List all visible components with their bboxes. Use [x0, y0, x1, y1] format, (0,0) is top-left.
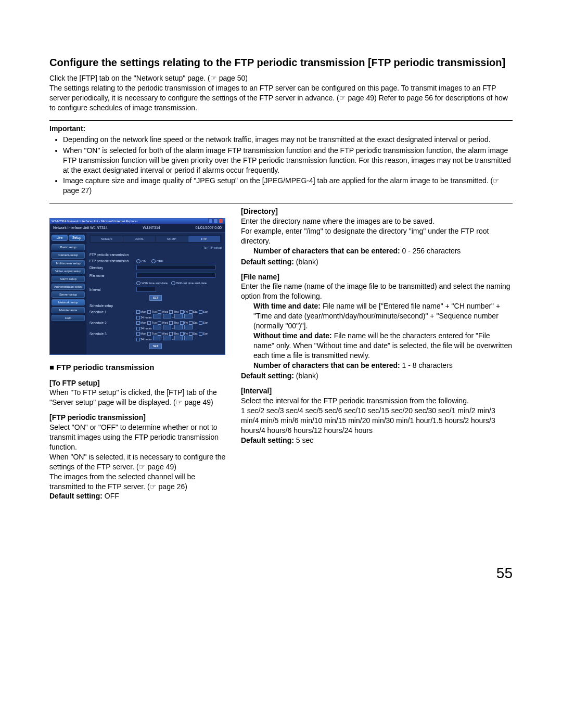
schedule-3-label: Schedule 3	[90, 332, 136, 342]
datetime: 01/01/2007 0:00	[195, 225, 222, 230]
interval-default-label: Default setting:	[241, 436, 294, 444]
product-right: WJ-NT314	[143, 225, 160, 230]
time-sel[interactable]	[174, 314, 183, 318]
set-button-2[interactable]: SET	[149, 343, 162, 349]
schedule-row-1: Schedule 1 Mon Tue Wed Thu Fri Sat Sun 2…	[90, 310, 222, 320]
sidebar-item-auth[interactable]: Authentication setup	[52, 284, 85, 290]
divider-top	[49, 120, 513, 121]
time-sel[interactable]	[153, 314, 161, 318]
tab-network[interactable]: Network	[91, 236, 123, 242]
tab-ftp[interactable]: FTP	[188, 236, 221, 242]
to-ftp-setup-head: [To FTP setup]	[49, 378, 226, 388]
label-interval: Interval	[90, 288, 136, 292]
time-sel[interactable]	[163, 314, 171, 318]
hours24-cb[interactable]	[136, 316, 140, 320]
time-sel[interactable]	[184, 314, 193, 318]
section-ftp-title: FTP periodic transmission	[90, 253, 222, 258]
note-item: When "ON" is selected for both of the al…	[63, 146, 513, 175]
to-ftp-setup-link[interactable]: To FTP setup	[90, 245, 222, 251]
label-filename: File name	[90, 274, 136, 278]
interval-body-1: Select the interval for the FTP periodic…	[241, 396, 513, 406]
window-controls[interactable]	[208, 219, 223, 224]
radio-off[interactable]	[151, 259, 156, 263]
sidebar-item-network[interactable]: Network setup	[52, 299, 85, 305]
schedule-2-label: Schedule 2	[90, 321, 136, 331]
content-pane: Network DDNS SNMP FTP To FTP setup FTP p…	[86, 233, 225, 355]
dir-default-label: Default setting:	[241, 258, 294, 266]
directory-head: [Directory]	[241, 207, 513, 216]
sidebar-item-maintenance[interactable]: Maintenance	[52, 307, 85, 313]
radio-on[interactable]	[136, 259, 140, 263]
file-opt2-label: Without time and date:	[253, 331, 332, 340]
to-ftp-setup-body: When "To FTP setup" is clicked, the [FTP…	[49, 388, 226, 407]
day-cb[interactable]	[180, 310, 184, 314]
sidebar-item-basic[interactable]: Basic setup	[52, 244, 85, 250]
label-ftp-periodic: FTP periodic transmission	[90, 259, 136, 264]
dir-default-val: (blank)	[294, 258, 318, 266]
ftp-trans-body-2: When "ON" is selected, it is necessary t…	[49, 452, 226, 472]
app-window: WJ-NT314 Network Interface Unit - Micros…	[49, 218, 225, 355]
titlebar-text: WJ-NT314 Network Interface Unit - Micros…	[52, 219, 137, 223]
day-cb[interactable]	[189, 310, 193, 314]
day-cb[interactable]	[158, 310, 161, 314]
file-opt1-label: With time and date:	[253, 302, 321, 310]
sidebar-item-multiscreen[interactable]: Multiscreen setup	[52, 260, 85, 266]
dir-chars-label: Number of characters that can be entered…	[253, 247, 400, 255]
input-filename[interactable]	[136, 273, 215, 278]
sidebar-item-server[interactable]: Server setup	[52, 291, 85, 298]
tab-ddns[interactable]: DDNS	[123, 236, 156, 242]
ftp-trans-body-3: The images from the selected channel wil…	[49, 472, 226, 492]
page-number: 55	[49, 564, 513, 583]
sidebar: Live Setup Basic setup Camera setup Mult…	[50, 233, 86, 355]
ftp-trans-head: [FTP periodic transmission]	[49, 413, 226, 423]
file-default-val: (blank)	[294, 372, 318, 380]
titlebar: WJ-NT314 Network Interface Unit - Micros…	[50, 219, 225, 224]
intro-text-2: The settings relating to the periodic tr…	[49, 83, 513, 113]
radio-withdate-label: With time and date	[142, 282, 168, 285]
label-directory: Directory	[90, 266, 136, 271]
ftp-default-value: OFF	[103, 492, 119, 500]
tab-strip: Network DDNS SNMP FTP	[90, 235, 222, 243]
schedule-row-2: Schedule 2 Mon Tue Wed Thu Fri Sat Sun 2…	[90, 321, 222, 331]
live-button[interactable]: Live	[52, 235, 68, 241]
dir-chars-val: 0 - 256 characters	[400, 247, 461, 255]
divider-bottom	[49, 203, 513, 203]
ftp-default-label: Default setting:	[49, 492, 103, 500]
radio-off-label: OFF	[157, 260, 163, 263]
sidebar-item-camera[interactable]: Camera setup	[52, 252, 85, 258]
filename-body: Enter the file name (name of the image f…	[241, 282, 513, 301]
sidebar-item-alarm[interactable]: Alarm setup	[52, 276, 85, 282]
interval-body-2: 1 sec/2 sec/3 sec/4 sec/5 sec/6 sec/10 s…	[241, 406, 513, 436]
radio-on-label: ON	[142, 260, 146, 263]
set-button-1[interactable]: SET	[149, 295, 162, 301]
interval-default-val: 5 sec	[294, 436, 313, 444]
note-item: Depending on the network line speed or t…	[63, 135, 513, 145]
sidebar-item-video[interactable]: Video output setup	[52, 268, 85, 274]
directory-body-2: For example, enter "/img" to designate t…	[241, 226, 513, 246]
schedule-row-3: Schedule 3 Mon Tue Wed Thu Fri Sat Sun 2…	[90, 332, 222, 342]
filename-head: [File name]	[241, 272, 513, 282]
section-ftp-periodic: ■ FTP periodic transmission	[49, 362, 226, 373]
note-item: Image capture size and image quality of …	[63, 176, 513, 196]
day-cb[interactable]	[136, 310, 140, 314]
day-cb[interactable]	[169, 310, 173, 314]
file-chars-val: 1 - 8 characters	[400, 361, 453, 369]
day-cb[interactable]	[199, 310, 202, 314]
section-schedule-title: Schedule setup	[90, 304, 222, 309]
radio-withoutdate[interactable]	[171, 281, 175, 285]
app-header: Network Interface Unit WJ-NT314 WJ-NT314…	[50, 224, 225, 232]
tab-snmp[interactable]: SNMP	[156, 236, 188, 242]
input-directory[interactable]	[136, 265, 215, 270]
schedule-table: Schedule 1 Mon Tue Wed Thu Fri Sat Sun 2…	[90, 310, 222, 342]
select-interval[interactable]	[136, 287, 156, 292]
file-default-label: Default setting:	[241, 372, 294, 380]
setup-button[interactable]: Setup	[69, 235, 85, 241]
page-heading: Configure the settings relating to the F…	[49, 56, 513, 69]
radio-withdate[interactable]	[136, 281, 140, 285]
sidebar-item-help[interactable]: Help	[52, 315, 85, 321]
day-cb[interactable]	[147, 310, 151, 314]
schedule-days: Mon Tue Wed Thu Fri Sat Sun	[136, 310, 222, 314]
interval-head: [Interval]	[241, 386, 513, 396]
hours24-label: 24 hours	[140, 316, 151, 319]
intro-text-1: Click the [FTP] tab on the "Network setu…	[49, 73, 513, 83]
